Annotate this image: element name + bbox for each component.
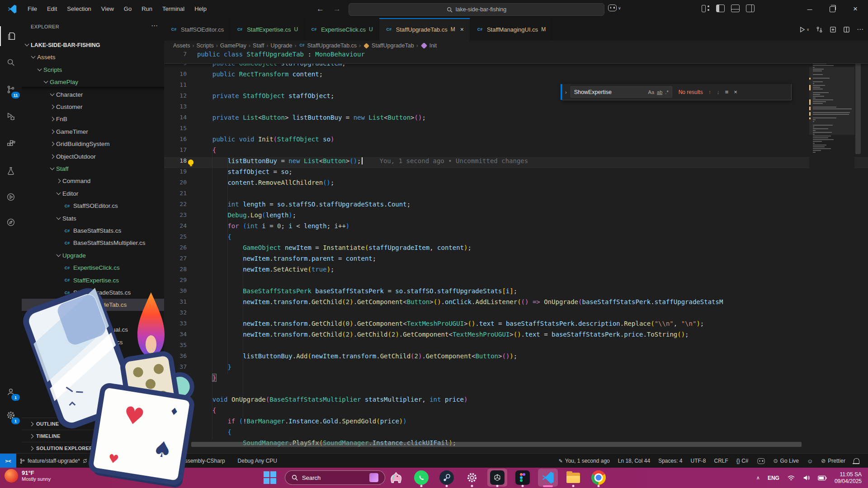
code-line-19[interactable]: 19 staffObject = so;: [164, 168, 868, 179]
restore-button[interactable]: [830, 6, 835, 12]
code-line-10[interactable]: 10 public RectTransform content;: [164, 70, 868, 81]
explorer-item-expertiseclick-cs[interactable]: C#ExpertiseClick.csU: [22, 262, 165, 274]
breadcrumb-item-staff[interactable]: Staff: [253, 42, 264, 49]
debug-target-item[interactable]: Debug Any CPU: [235, 458, 280, 464]
minimize-button[interactable]: ─: [805, 5, 814, 13]
vscode-taskbar-icon[interactable]: [538, 469, 558, 487]
status-pencil[interactable]: ✎You, 1 second ago: [556, 458, 613, 464]
steam-icon[interactable]: [437, 469, 457, 487]
sidebar-item-testing[interactable]: [0, 161, 22, 181]
line-number[interactable]: 30: [164, 287, 187, 294]
explorer-item-basestaffstatsmultiplier-cs[interactable]: C#BaseStaffStatsMultiplier.cs: [22, 237, 165, 249]
explorer-item-staffsoeditor-cs[interactable]: C#StaffSOEditor.cs: [22, 200, 165, 212]
code-line-33[interactable]: 33 newItem.transform.GetChild(0).GetComp…: [164, 320, 868, 331]
explorer-item-item[interactable]: C#: [22, 385, 165, 398]
line-number[interactable]: 42: [164, 418, 187, 424]
status-bell[interactable]: [850, 459, 863, 463]
line-number[interactable]: 38: [164, 374, 187, 381]
find-input[interactable]: ShowExpertise Aaab.*: [571, 86, 672, 98]
explorer-item-gametimer[interactable]: GameTimer: [22, 126, 165, 138]
file-explorer-icon[interactable]: [563, 469, 583, 487]
breadcrumb-item-staffupgradetab-cs[interactable]: C#StaffUpgradeTab.cs: [299, 42, 357, 49]
line-number[interactable]: 43: [164, 428, 187, 435]
status-copilot[interactable]: [754, 458, 769, 465]
status-ln-18-col-44[interactable]: Ln 18, Col 44: [615, 458, 653, 464]
code-line-27[interactable]: 27 newItem.transform.parent = content;: [164, 255, 868, 266]
line-number[interactable]: 25: [164, 233, 187, 240]
line-number[interactable]: 14: [164, 114, 187, 121]
line-number[interactable]: 41: [164, 407, 187, 413]
sidebar-item-play-circle[interactable]: [0, 187, 22, 207]
code-line-42[interactable]: 42 if (!BarManager.Instance.Gold.SpendGo…: [164, 418, 868, 428]
sidebar-item-compass[interactable]: [0, 212, 22, 232]
explorer-item-scripts[interactable]: Scripts: [22, 64, 165, 76]
line-number[interactable]: 27: [164, 255, 187, 262]
line-number[interactable]: 13: [164, 103, 187, 110]
toggle-replace-icon[interactable]: ›: [565, 89, 567, 95]
explorer-item-fnb[interactable]: FnB: [22, 113, 165, 125]
code-line-23[interactable]: 23 Debug.Log(length);: [164, 211, 868, 222]
explorer-item-istaff-cs[interactable]: C#IStaff.cs: [22, 311, 165, 324]
line-number[interactable]: 31: [164, 298, 187, 305]
unity-icon[interactable]: [487, 469, 507, 487]
forward-arrow-icon[interactable]: →: [333, 5, 341, 14]
status-slash[interactable]: ⊘Prettier: [818, 458, 849, 464]
breadcrumb-item-upgrade[interactable]: Upgrade: [271, 42, 292, 49]
explorer-item-s[interactable]: C#s: [22, 373, 165, 385]
settings-gear-icon[interactable]: 1: [0, 405, 22, 425]
toggle-panel-icon[interactable]: [731, 5, 740, 12]
unicorn-game-icon[interactable]: [386, 469, 406, 487]
line-number[interactable]: 35: [164, 342, 187, 348]
find-toggle-aa[interactable]: Aa: [648, 89, 654, 95]
sidebar-item-extensions[interactable]: [0, 134, 22, 154]
copilot-menu[interactable]: ∨: [608, 5, 621, 11]
vertical-scrollbar[interactable]: [855, 52, 861, 154]
line-number[interactable]: 37: [164, 363, 187, 370]
code-line-40[interactable]: 40 void OnUpgrade(BaseStaffStatsMultipli…: [164, 396, 868, 407]
git-branch-item[interactable]: feature/staff-upgrade*: [16, 458, 91, 464]
code-line-36[interactable]: 36 listButtonBuy.Add(newItem.transform.G…: [164, 352, 868, 363]
tab-staffupgradetab-cs[interactable]: C#StaffUpgradeTab.csM×: [379, 18, 470, 41]
explorer-item-lake-side-bar-fishing[interactable]: LAKE-SIDE-BAR-FISHING: [22, 39, 165, 51]
code-line-26[interactable]: 26 GameObject newItem = Instantiate(staf…: [164, 244, 868, 255]
code-line-30[interactable]: 30 BaseStaffStatsPerk baseStaffStatsPerk…: [164, 287, 868, 298]
code-line-43[interactable]: 43 {: [164, 428, 868, 439]
code-line-13[interactable]: 13: [164, 103, 868, 114]
line-number[interactable]: 18: [164, 157, 187, 164]
explorer-item-gridbuildingsystem[interactable]: GridBuildingSystem: [22, 138, 165, 150]
code-line-20[interactable]: 20 content.RemoveAllChildren();: [164, 179, 868, 190]
explorer-item-staff[interactable]: Staff: [22, 163, 165, 175]
line-number[interactable]: 40: [164, 396, 187, 403]
language-indicator[interactable]: ENG: [768, 475, 779, 481]
code-line-14[interactable]: 14 private List<Button> listButtonBuy = …: [164, 114, 868, 125]
taskbar-search[interactable]: Search: [285, 470, 385, 485]
back-arrow-icon[interactable]: ←: [316, 5, 324, 14]
line-number[interactable]: 44: [164, 439, 187, 446]
code-line-31[interactable]: 31 newItem.transform.GetChild(2).GetComp…: [164, 298, 868, 309]
tray-chevron-icon[interactable]: ∧: [756, 475, 760, 481]
find-in-selection-icon[interactable]: ≡: [725, 89, 729, 95]
open-changes-icon[interactable]: [830, 26, 836, 33]
explorer-item-fmike-cs[interactable]: C#fMike.cs: [22, 348, 165, 361]
breadcrumb-item-gameplay[interactable]: GamePlay: [220, 42, 246, 49]
code-line-21[interactable]: 21: [164, 190, 868, 201]
status-c[interactable]: {} C#: [733, 458, 752, 464]
explorer-item-staffupgradetab-cs[interactable]: C#StaffUpgradeTab.csM: [22, 299, 165, 311]
projects-item[interactable]: Projects: Assembly-CSharp: [156, 458, 228, 464]
line-number[interactable]: 26: [164, 244, 187, 251]
tab-staffmanagingui-cs[interactable]: C#StaffManagingUI.csM: [470, 18, 552, 41]
split-editor-icon[interactable]: [843, 26, 850, 33]
explorer-item-staffexpertise-cs[interactable]: C#StaffExpertise.csU: [22, 274, 165, 286]
find-toggle-item[interactable]: .*: [665, 89, 668, 95]
line-number[interactable]: 22: [164, 201, 187, 207]
line-number[interactable]: 20: [164, 179, 187, 186]
menu-selection[interactable]: Selection: [62, 3, 96, 15]
line-number[interactable]: 16: [164, 136, 187, 142]
code-editor[interactable]: 9 public GameObject staffUpgradeItem;10 …: [164, 51, 868, 453]
code-line-29[interactable]: 29: [164, 277, 868, 287]
problems-item[interactable]: ⊗0 △0: [123, 458, 151, 464]
sidebar-item-search[interactable]: [0, 52, 22, 72]
explorer-more-actions[interactable]: ⋯: [151, 22, 158, 30]
section-solution-explorer[interactable]: SOLUTION EXPLORER: [22, 442, 164, 453]
find-next-icon[interactable]: ↓: [717, 89, 720, 95]
